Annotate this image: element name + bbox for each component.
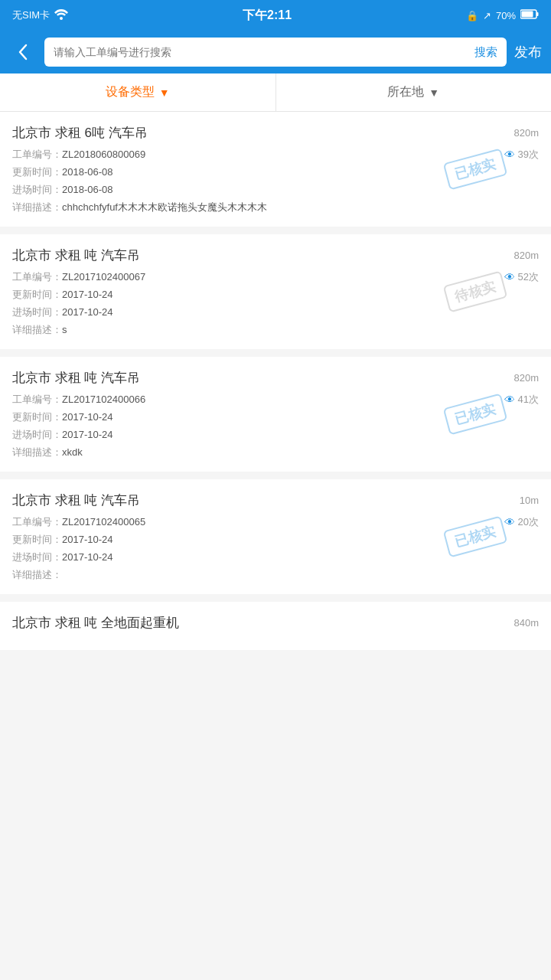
publish-button[interactable]: 发布 [514,43,542,61]
item-order-field: 工单编号：ZL2017102400067 [12,270,145,284]
battery-icon [520,9,539,21]
item-title: 北京市 求租 吨 汽车吊 [12,247,140,264]
list-item[interactable]: 北京市 求租 吨 汽车吊 820m 工单编号：ZL2017102400066 👁… [0,357,551,472]
item-header: 北京市 求租 吨 汽车吊 820m [12,247,539,264]
lock-icon: 🔒 [466,10,478,21]
item-order-field: 工单编号：ZL2018060800069 [12,148,145,162]
filter-bar: 设备类型 ▼ 所在地 ▼ [0,74,551,112]
wifi-icon [54,9,68,22]
eye-icon: 👁 [504,394,515,406]
location-filter[interactable]: 所在地 ▼ [276,74,552,111]
equipment-type-filter[interactable]: 设备类型 ▼ [0,74,276,111]
status-right: 🔒 ↗ 70% [466,9,539,21]
item-entry-field: 进场时间：2017-10-24 [12,305,113,319]
item-distance: 820m [514,127,539,139]
item-distance: 820m [514,372,539,384]
sim-status: 无SIM卡 [12,8,50,22]
signal-icon: ↗ [483,10,491,21]
item-update-field: 更新时间：2017-10-24 [12,288,113,302]
status-time: 下午2:11 [243,8,292,24]
item-entry-field: 进场时间：2017-10-24 [12,550,113,564]
item-title: 北京市 求租 吨 汽车吊 [12,369,140,387]
list-item[interactable]: 北京市 求租 吨 汽车吊 10m 工单编号：ZL2017102400065 👁 … [0,479,551,594]
location-label: 所在地 [387,84,424,100]
svg-rect-3 [522,11,533,18]
location-chevron-icon: ▼ [429,87,439,99]
list-item[interactable]: 北京市 求租 吨 汽车吊 820m 工单编号：ZL2017102400067 👁… [0,234,551,349]
svg-point-0 [60,17,63,20]
status-bar: 无SIM卡 下午2:11 🔒 ↗ 70% [0,0,551,31]
view-count: 39次 [518,148,539,162]
item-header: 北京市 求租 吨 全地面起重机 840m [12,614,539,632]
equipment-type-chevron-icon: ▼ [159,87,170,99]
view-count: 20次 [518,515,539,529]
item-distance: 820m [514,250,539,261]
list-item-partial[interactable]: 北京市 求租 吨 全地面起重机 840m [0,602,551,650]
item-views: 👁 41次 [504,393,539,407]
item-update-field: 更新时间：2017-10-24 [12,410,113,424]
eye-icon: 👁 [504,149,515,161]
item-desc: 详细描述：s [12,323,539,337]
item-views: 👁 39次 [504,148,539,162]
item-desc: 详细描述：chhchchfyfuf木木木木欧诺拖头女魔头木木木木 [12,201,539,214]
item-entry-field: 进场时间：2018-06-08 [12,183,113,197]
back-button[interactable] [9,38,37,66]
svg-rect-2 [536,12,539,16]
eye-icon: 👁 [504,516,515,528]
eye-icon: 👁 [504,271,515,283]
item-distance: 840m [514,617,539,629]
item-views: 👁 20次 [504,515,539,529]
nav-bar: 搜索 发布 [0,31,551,74]
item-update-field: 更新时间：2018-06-08 [12,165,113,179]
item-header: 北京市 求租 6吨 汽车吊 820m [12,124,539,142]
item-update-field: 更新时间：2017-10-24 [12,533,113,547]
item-desc: 详细描述：xkdk [12,446,539,459]
item-header: 北京市 求租 吨 汽车吊 10m [12,492,539,509]
item-order-field: 工单编号：ZL2017102400066 [12,393,145,407]
item-entry-field: 进场时间：2017-10-24 [12,428,113,442]
item-distance: 10m [520,495,539,506]
item-desc: 详细描述： [12,568,539,582]
search-button[interactable]: 搜索 [465,38,507,67]
item-order-field: 工单编号：ZL2017102400065 [12,515,145,529]
battery-percent: 70% [496,10,516,21]
view-count: 41次 [518,393,539,407]
item-title: 北京市 求租 吨 汽车吊 [12,492,140,509]
item-header: 北京市 求租 吨 汽车吊 820m [12,369,539,387]
view-count: 52次 [518,270,539,284]
item-title: 北京市 求租 6吨 汽车吊 [12,124,148,142]
equipment-type-label: 设备类型 [106,84,155,100]
item-views: 👁 52次 [504,270,539,284]
list-item[interactable]: 北京市 求租 6吨 汽车吊 820m 工单编号：ZL2018060800069 … [0,112,551,227]
search-input[interactable] [44,46,465,58]
search-bar: 搜索 [44,38,507,67]
item-title: 北京市 求租 吨 全地面起重机 [12,614,179,632]
status-left: 无SIM卡 [12,8,68,22]
list-container: 北京市 求租 6吨 汽车吊 820m 工单编号：ZL2018060800069 … [0,112,551,650]
